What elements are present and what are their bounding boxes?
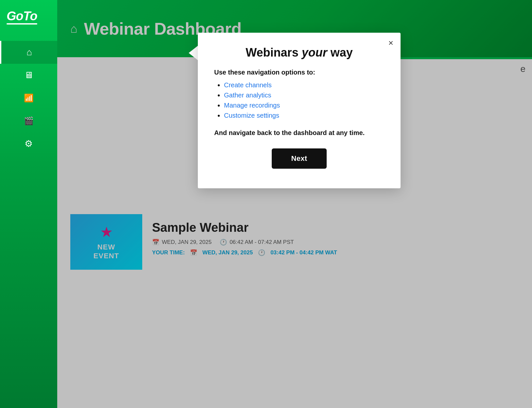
list-item-create-channels: Create channels — [224, 81, 384, 89]
goto-logo: GoTo — [7, 10, 37, 25]
modal-title-prefix: Webinars — [246, 46, 301, 59]
sidebar-navigation: ⌂ 🖥 📶 🎬 ⚙ — [0, 41, 57, 155]
analytics-icon: 📶 — [24, 94, 34, 102]
modal-wrapper: × Webinars your way Use these navigation… — [189, 33, 401, 188]
list-item-customize-settings: Customize settings — [224, 112, 384, 119]
modal-overlay: × Webinars your way Use these navigation… — [57, 0, 532, 408]
logo-area: GoTo — [0, 7, 57, 31]
modal-subtitle: Use these navigation options to: — [214, 69, 384, 76]
sidebar-item-settings[interactable]: ⚙ — [0, 132, 57, 155]
modal-note: And navigate back to the dashboard at an… — [214, 129, 384, 137]
customize-settings-link[interactable]: Customize settings — [224, 112, 279, 119]
create-channels-link[interactable]: Create channels — [224, 81, 272, 89]
list-item-manage-recordings: Manage recordings — [224, 102, 384, 109]
sidebar: GoTo ⌂ 🖥 📶 🎬 ⚙ — [0, 0, 57, 408]
main-content: ⌂ Webinar Dashboard e ★ NEW EVENT Sample… — [57, 0, 532, 408]
sidebar-item-webinars[interactable]: 🖥 — [0, 64, 57, 87]
sidebar-item-dashboard[interactable]: ⌂ — [0, 41, 57, 64]
settings-icon: ⚙ — [25, 139, 33, 148]
modal-arrow — [189, 46, 198, 60]
gather-analytics-link[interactable]: Gather analytics — [224, 92, 271, 99]
monitor-icon: 🖥 — [24, 71, 33, 80]
recordings-icon: 🎬 — [24, 117, 34, 125]
sidebar-item-analytics[interactable]: 📶 — [0, 87, 57, 110]
modal-title-suffix: way — [327, 46, 353, 59]
home-icon: ⌂ — [26, 48, 32, 57]
sidebar-item-recordings[interactable]: 🎬 — [0, 110, 57, 132]
next-button[interactable]: Next — [272, 148, 327, 169]
modal-box: × Webinars your way Use these navigation… — [198, 33, 401, 188]
modal-title-italic: your — [302, 46, 327, 59]
manage-recordings-link[interactable]: Manage recordings — [224, 102, 280, 109]
modal-close-button[interactable]: × — [388, 39, 393, 47]
modal-title: Webinars your way — [214, 46, 384, 60]
modal-list: Create channels Gather analytics Manage … — [214, 81, 384, 119]
list-item-gather-analytics: Gather analytics — [224, 92, 384, 99]
